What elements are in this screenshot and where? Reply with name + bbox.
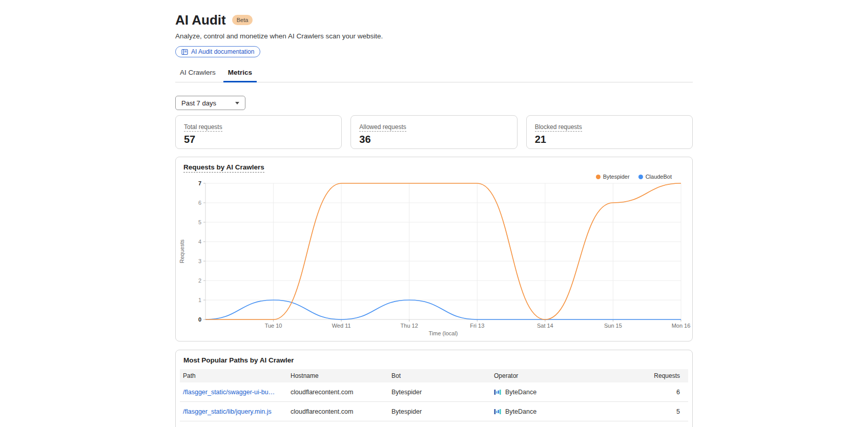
tab-bar: AI Crawlers Metrics bbox=[175, 69, 693, 82]
doc-button-label: AI Audit documentation bbox=[191, 48, 254, 55]
book-icon bbox=[181, 49, 188, 55]
column-header-hostname: Hostname bbox=[287, 372, 388, 379]
table-row: /flasgger_static/… bbox=[180, 421, 688, 427]
chevron-down-icon bbox=[235, 102, 239, 104]
page-header: AI Audit Beta bbox=[175, 12, 693, 28]
stat-card-allowed-requests: Allowed requests 36 bbox=[350, 115, 517, 149]
page-title: AI Audit bbox=[175, 12, 226, 28]
beta-badge: Beta bbox=[232, 15, 253, 25]
svg-text:Thu 12: Thu 12 bbox=[401, 323, 418, 329]
stat-label: Blocked requests bbox=[535, 123, 582, 132]
svg-text:Sun 15: Sun 15 bbox=[604, 323, 622, 329]
svg-text:Wed 11: Wed 11 bbox=[332, 323, 351, 329]
date-range-value: Past 7 days bbox=[181, 99, 216, 107]
svg-text:0: 0 bbox=[198, 316, 201, 323]
svg-text:4: 4 bbox=[198, 239, 201, 245]
svg-text:6: 6 bbox=[198, 200, 201, 206]
bot-cell: Bytespider bbox=[388, 389, 491, 396]
stat-value: 36 bbox=[359, 134, 508, 145]
bytedance-logo-icon bbox=[494, 389, 501, 396]
column-header-requests: Requests bbox=[622, 372, 688, 379]
svg-text:5: 5 bbox=[198, 219, 201, 225]
table-row: /flasgger_static/swagger-ui-bu…cloudflar… bbox=[180, 382, 688, 402]
bot-cell: Bytespider bbox=[388, 408, 491, 415]
requests-line-chart: 01234567Tue 10Wed 11Thu 12Fri 13Sat 14Su… bbox=[176, 157, 693, 342]
stat-label: Allowed requests bbox=[359, 123, 406, 132]
requests-cell: 5 bbox=[622, 408, 688, 415]
svg-text:Fri 13: Fri 13 bbox=[470, 323, 484, 329]
stat-card-total-requests: Total requests 57 bbox=[175, 115, 342, 149]
date-range-select[interactable]: Past 7 days bbox=[175, 96, 245, 110]
stat-value: 21 bbox=[535, 134, 684, 145]
path-link[interactable]: /flasgger_static/swagger-ui-bu… bbox=[183, 389, 275, 396]
hostname-cell: cloudflarecontent.com bbox=[287, 408, 388, 415]
svg-text:Mon 16: Mon 16 bbox=[672, 323, 691, 329]
operator-label: ByteDance bbox=[505, 408, 536, 415]
svg-text:1: 1 bbox=[198, 297, 201, 303]
column-header-path: Path bbox=[180, 372, 287, 379]
operator-cell: ByteDance bbox=[491, 389, 622, 396]
svg-text:Sat 14: Sat 14 bbox=[537, 323, 553, 329]
tab-ai-crawlers[interactable]: AI Crawlers bbox=[175, 69, 220, 82]
stat-label: Total requests bbox=[184, 123, 222, 132]
stats-row: Total requests 57 Allowed requests 36 Bl… bbox=[175, 115, 693, 149]
operator-label: ByteDance bbox=[505, 389, 536, 396]
table-title: Most Popular Paths by AI Crawler bbox=[183, 356, 688, 364]
ai-audit-documentation-button[interactable]: AI Audit documentation bbox=[175, 46, 260, 57]
svg-text:Time (local): Time (local) bbox=[428, 330, 458, 336]
requests-chart-card: Requests by AI Crawlers BytespiderClaude… bbox=[175, 157, 693, 341]
requests-cell: 6 bbox=[622, 389, 688, 396]
page-subtitle: Analyze, control and monetize when AI Cr… bbox=[175, 32, 693, 41]
tab-metrics[interactable]: Metrics bbox=[223, 69, 257, 82]
table-body: /flasgger_static/swagger-ui-bu…cloudflar… bbox=[180, 382, 688, 427]
popular-paths-card: Most Popular Paths by AI Crawler Path Ho… bbox=[175, 350, 693, 427]
svg-text:3: 3 bbox=[198, 258, 201, 264]
table-header-row: Path Hostname Bot Operator Requests bbox=[180, 369, 688, 382]
svg-text:2: 2 bbox=[198, 277, 201, 284]
ai-audit-page: AI Audit Beta Analyze, control and monet… bbox=[175, 0, 693, 427]
table-row: /flasgger_static/lib/jquery.min.jscloudf… bbox=[180, 402, 688, 421]
svg-text:Requests: Requests bbox=[179, 239, 185, 263]
path-link[interactable]: /flasgger_static/lib/jquery.min.js bbox=[183, 408, 272, 415]
hostname-cell: cloudflarecontent.com bbox=[287, 389, 388, 396]
stat-card-blocked-requests: Blocked requests 21 bbox=[526, 115, 693, 149]
operator-cell: ByteDance bbox=[491, 408, 622, 415]
column-header-operator: Operator bbox=[491, 372, 622, 379]
column-header-bot: Bot bbox=[388, 372, 491, 379]
stat-value: 57 bbox=[184, 134, 333, 145]
bytedance-logo-icon bbox=[494, 408, 501, 415]
svg-text:7: 7 bbox=[198, 180, 201, 186]
svg-text:Tue 10: Tue 10 bbox=[265, 323, 282, 329]
